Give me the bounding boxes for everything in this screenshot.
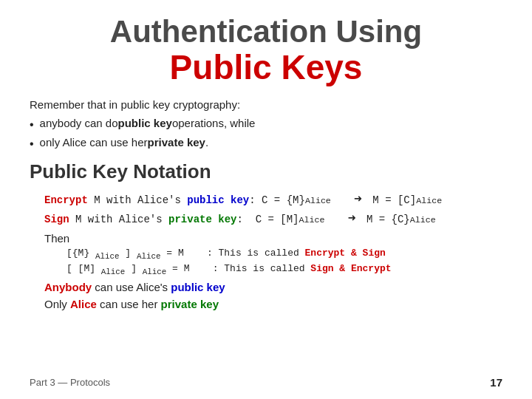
formula1-encrypt-sign: Encrypt & Sign (305, 248, 386, 259)
footer-right: 17 (490, 376, 502, 389)
encrypt-result: M = [C] (366, 194, 416, 206)
only-alice-row: Only Alice can use her private key (44, 298, 502, 310)
only-private-key: private key (161, 298, 219, 310)
encrypt-row: Encrypt M with Alice's public key : C = … (44, 191, 502, 207)
sign-with: with Alice's (88, 214, 168, 225)
title-line2: Public Keys (30, 49, 502, 86)
formula1-equals: = M (166, 248, 183, 259)
formula2-middle: ] (131, 263, 137, 274)
anybody-public-key: public key (171, 281, 225, 293)
then-block: Then [{M} Alice ] Alice = M : This is ca… (44, 232, 502, 276)
encrypt-spacer (331, 194, 349, 206)
sign-alice-sub: Alice (299, 215, 324, 225)
notation-block: Encrypt M with Alice's public key : C = … (44, 191, 502, 226)
title-line1: Authentication Using (30, 15, 502, 49)
anybody-mid: can use Alice's (95, 281, 171, 293)
encrypt-arrow: ➜ (354, 191, 362, 207)
bullet-list: anybody can do public key operations, wh… (30, 117, 502, 153)
sign-row: Sign M with Alice's private key : C = [M… (44, 210, 502, 226)
formula1-rest: is called (248, 248, 305, 259)
sign-spacer (324, 214, 343, 225)
encrypt-alice-sub: Alice (305, 196, 331, 206)
encrypt-public-key: public key (187, 194, 249, 206)
only-mid: can use her (100, 298, 161, 310)
sign-result-sub: Alice (410, 215, 436, 225)
footer-left: Part 3 — Protocols (30, 377, 110, 388)
formula2-rest: is called (253, 263, 310, 274)
formula2-alice2: Alice (143, 267, 167, 276)
bullet1-text-after: operations, while (172, 117, 256, 129)
formula2-alice1: Alice (101, 267, 126, 276)
sign-m: M (69, 214, 88, 225)
formula1-bracket-open: [{M} (66, 248, 89, 259)
encrypt-formula: : C = {M} (249, 194, 305, 206)
formula2-this: This (224, 263, 247, 274)
encrypt-with: with Alice's (106, 194, 187, 206)
bullet2-text-after: . (205, 136, 208, 149)
only-alice-label: Alice (70, 298, 97, 310)
formula2-colon: : (195, 263, 224, 274)
formula1-colon: : (190, 248, 219, 259)
formula2-bracket-open: [ [M] (66, 263, 95, 274)
formula1-row: [{M} Alice ] Alice = M : This is called … (66, 248, 502, 261)
formula1-alice2: Alice (137, 251, 161, 260)
formula2-equals: = M (172, 263, 189, 274)
encrypt-label: Encrypt (44, 194, 88, 206)
bullet2-text-before: only Alice can use her (40, 136, 148, 149)
encrypt-result-sub: Alice (416, 196, 442, 206)
bullet1-text-before: anybody can do (40, 117, 118, 129)
sign-arrow: ➜ (348, 210, 356, 226)
slide: Authentication Using Public Keys Remembe… (0, 0, 532, 399)
formula2-row: [ [M] Alice ] Alice = M : This is called… (66, 263, 502, 276)
formula1-this: This (219, 248, 242, 259)
bullet1-bold: public key (118, 117, 172, 129)
formula1-middle: ] (125, 248, 131, 259)
footer: Part 3 — Protocols 17 (30, 376, 502, 389)
remember-text: Remember that in public key cryptography… (30, 98, 502, 111)
sign-formula: : C = [M] (236, 214, 299, 225)
sign-result: M = {C} (361, 214, 410, 225)
anybody-row: Anybody can use Alice's public key (44, 281, 502, 293)
only-before: Only (44, 298, 70, 310)
sign-label: Sign (44, 214, 69, 225)
then-label: Then (44, 232, 502, 245)
anybody-label: Anybody (44, 281, 92, 293)
formula2-sign-encrypt: Sign & Encrypt (310, 263, 391, 274)
bullet-item-2: only Alice can use her private key. (30, 136, 502, 152)
title-area: Authentication Using Public Keys (30, 15, 502, 86)
section-heading: Public Key Notation (30, 160, 502, 183)
bullet2-bold: private key (148, 136, 205, 149)
formula1-alice1: Alice (95, 251, 120, 260)
bullet-item-1: anybody can do public key operations, wh… (30, 117, 502, 133)
encrypt-m: M (88, 194, 106, 206)
sign-private-key: private key (168, 214, 236, 225)
